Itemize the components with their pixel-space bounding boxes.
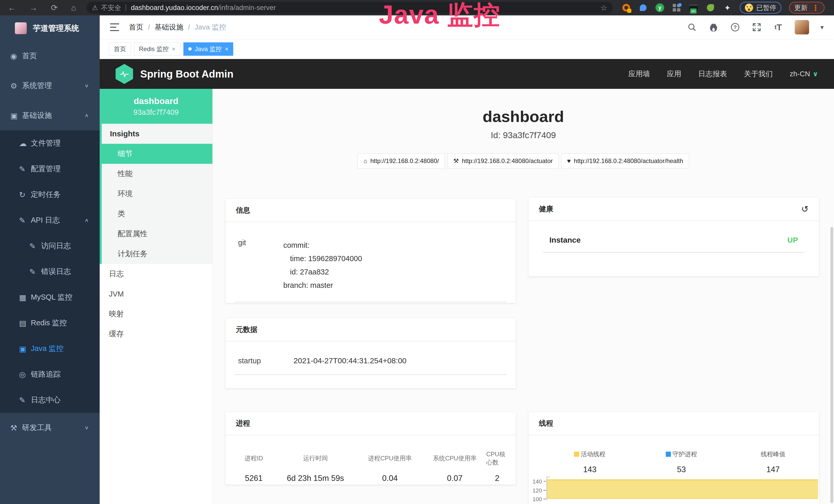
tag-home[interactable]: 首页 <box>109 42 131 56</box>
sidebar-item-log-center[interactable]: ✎ 日志中心 <box>0 387 100 413</box>
sba-menu-logs[interactable]: 日志 <box>100 264 213 284</box>
back-icon[interactable]: ← <box>8 4 16 12</box>
user-caret-down-icon[interactable]: ▾ <box>820 23 824 31</box>
tag-redis-monitor[interactable]: Redis 监控 × <box>134 42 180 56</box>
sidebar-item-java-monitor[interactable]: ▣ Java 监控 <box>0 336 100 362</box>
sidebar-item-dev-tools[interactable]: ⚒ 研发工具 ∨ <box>0 413 100 443</box>
history-icon[interactable]: ↺ <box>802 204 809 214</box>
home-icon[interactable]: ⌂ <box>71 4 76 12</box>
tag-java-monitor[interactable]: Java 监控 × <box>183 42 233 56</box>
paused-badge[interactable]: 已暂停 <box>740 2 781 14</box>
annotation-java-monitor: Java 监控 <box>379 0 500 32</box>
y-axis-dash <box>544 490 546 491</box>
sidebar-item-tracing[interactable]: ◎ 链路追踪 <box>0 362 100 387</box>
chevron-up-icon: ∧ <box>84 217 89 223</box>
health-instance-row[interactable]: Instance UP <box>543 221 805 253</box>
sba-menu-mappings[interactable]: 映射 <box>100 304 213 324</box>
sidebar-item-redis-monitor[interactable]: ▤ Redis 监控 <box>0 310 100 336</box>
service-url-button[interactable]: ⌂ http://192.168.0.2:48080/ <box>357 154 445 168</box>
scrollbar-thumb[interactable] <box>830 227 833 503</box>
close-icon[interactable]: × <box>172 45 175 53</box>
sidebar-item-system-mgmt[interactable]: ⚙ 系统管理 ∨ <box>0 71 100 101</box>
page-subtitle: Id: 93a3fc7f7409 <box>213 130 834 140</box>
sba-instance-header[interactable]: dashboard 93a3fc7f7409 <box>100 89 213 124</box>
sba-brand-title[interactable]: Spring Boot Admin <box>140 68 234 80</box>
y-axis-tick-140: 140 <box>531 478 542 485</box>
bookmark-star-icon[interactable]: ☆ <box>600 3 607 12</box>
sidebar-item-scheduled-jobs[interactable]: ↻ 定时任务 <box>0 182 100 207</box>
sidebar-item-config-mgmt[interactable]: ✎ 配置管理 <box>0 156 100 182</box>
sidebar-item-api-logs[interactable]: ✎ API 日志 ∧ <box>0 207 100 233</box>
actuator-url-button[interactable]: ⚒ http://192.168.0.2:48080/actuator <box>447 154 559 168</box>
health-url-button[interactable]: ♥ http://192.168.0.2:48080/actuator/heal… <box>561 154 689 168</box>
font-size-icon[interactable]: tT <box>773 22 784 32</box>
sba-menu-classes[interactable]: 类 <box>102 204 213 224</box>
threads-peak-label: 线程峰值 <box>727 450 819 458</box>
sidebar-item-error-log[interactable]: ✎ 错误日志 <box>0 259 100 284</box>
sidebar-item-file-mgmt[interactable]: ☁ 文件管理 <box>0 131 100 156</box>
instance-links: ⌂ http://192.168.0.2:48080/ ⚒ http://192… <box>213 154 834 168</box>
sba-nav-journal[interactable]: 日志报表 <box>698 69 727 79</box>
info-git-row: git commit: time: 1596289704000 id: 27aa… <box>235 222 507 302</box>
github-icon[interactable] <box>708 22 719 32</box>
emoji-face-icon <box>745 4 753 12</box>
sba-menu-caches[interactable]: 缓存 <box>100 324 213 344</box>
sba-instance-id: 93a3fc7f7409 <box>134 108 179 117</box>
threads-stats: 活动线程 守护进程 线程峰值 143 53 147 <box>529 450 819 474</box>
sidebar-item-access-log[interactable]: ✎ 访问日志 <box>0 233 100 259</box>
browser-menu-icon[interactable]: ⋮ <box>812 3 819 12</box>
app-title: 芋道管理系统 <box>33 23 79 33</box>
threads-card: 线程 活动线程 守护进程 线程峰值 <box>529 412 819 504</box>
process-header-uptime: 运行时间 <box>303 454 328 462</box>
user-avatar[interactable] <box>795 20 809 35</box>
forward-icon[interactable]: → <box>29 4 38 12</box>
metadata-key: startup <box>235 357 293 365</box>
sba-nav-applications[interactable]: 应用 <box>667 69 681 79</box>
sba-menu-environment[interactable]: 环境 <box>102 184 213 204</box>
update-button[interactable]: 更新 ⋮ <box>789 2 825 14</box>
app-logo-row[interactable]: 芋道管理系统 <box>0 16 100 41</box>
breadcrumb-home[interactable]: 首页 <box>129 22 143 32</box>
sba-locale-select[interactable]: zh-CN ∨ <box>790 70 818 78</box>
url-path: /infra/admin-server <box>218 4 276 12</box>
chevron-down-icon: ∨ <box>84 425 89 431</box>
sba-menu-scheduled-tasks[interactable]: 计划任务 <box>102 244 213 264</box>
edit-icon: ✎ <box>19 165 31 174</box>
sba-menu-jvm[interactable]: JVM <box>100 284 213 304</box>
spring-boot-admin-logo-icon[interactable] <box>115 64 133 84</box>
active-tab-dot <box>188 47 192 51</box>
edit-icon: ✎ <box>19 396 31 405</box>
sba-menu-config-props[interactable]: 配置属性 <box>102 224 213 244</box>
threads-daemon-value: 53 <box>636 465 727 474</box>
extension-leaf-icon[interactable] <box>706 3 715 12</box>
fullscreen-icon[interactable] <box>751 22 762 32</box>
sba-menu-metrics[interactable]: 性能 <box>102 164 213 184</box>
security-label[interactable]: 不安全 <box>101 3 121 12</box>
extension-grid-icon[interactable] <box>672 3 681 12</box>
hamburger-icon[interactable] <box>110 23 119 31</box>
sba-menu-details[interactable]: 细节 <box>100 144 213 164</box>
process-value-cpus: 2 <box>495 474 499 483</box>
extensions-puzzle-icon[interactable]: ✦ <box>723 3 732 12</box>
screenshot-root: ← → ⟳ ⌂ ⚠ 不安全 dashboard.yudao.iocoder.cn… <box>0 0 834 504</box>
address-bar[interactable]: ⚠ 不安全 dashboard.yudao.iocoder.cn /infra/… <box>86 2 613 14</box>
history-icon: ↻ <box>19 190 31 199</box>
search-icon[interactable] <box>687 22 697 32</box>
sidebar-item-mysql-monitor[interactable]: ▦ MySQL 监控 <box>0 284 100 310</box>
close-icon[interactable]: × <box>225 45 228 53</box>
help-icon[interactable]: ? <box>730 22 740 32</box>
threads-daemon-label: 守护进程 <box>636 450 727 458</box>
sidebar-item-home[interactable]: ◉ 首页 <box>0 41 100 71</box>
sidebar-item-infrastructure[interactable]: ▣ 基础设施 ∧ <box>0 101 100 131</box>
extension-switch-on-icon[interactable] <box>689 3 698 12</box>
extension-orange-ring-icon[interactable] <box>621 3 631 12</box>
sba-insights-label: Insights <box>102 124 213 144</box>
app-logo-avatar <box>15 22 27 34</box>
reload-icon[interactable]: ⟳ <box>51 4 58 12</box>
sba-nav-wallboard[interactable]: 应用墙 <box>629 69 650 79</box>
sba-nav-about[interactable]: 关于我们 <box>744 69 773 79</box>
extension-y-icon[interactable]: y <box>656 3 664 12</box>
breadcrumb-infrastructure[interactable]: 基础设施 <box>155 22 183 32</box>
extension-pin-icon[interactable] <box>639 3 648 12</box>
process-card-title: 进程 <box>225 412 516 435</box>
